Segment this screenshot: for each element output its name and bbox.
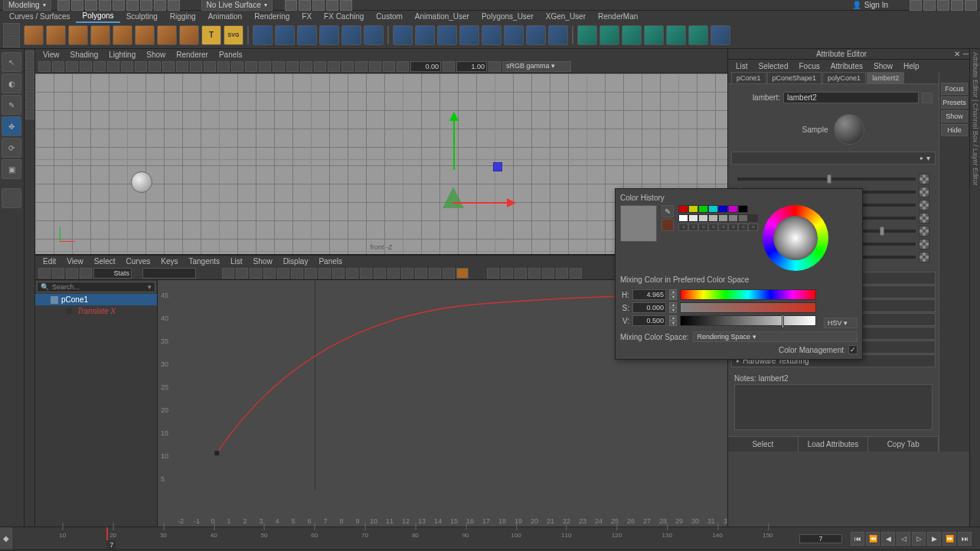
step-forward-icon[interactable]: ▶ [927,532,941,546]
shelf-tool-icon[interactable] [482,25,501,45]
step-back-icon[interactable]: ◀ [881,532,895,546]
map-button-icon[interactable] [919,213,929,223]
palette-swatch[interactable] [708,205,718,213]
shelf-tool-icon[interactable] [341,25,361,45]
graph-menu-item[interactable]: Tangents [184,257,224,266]
graph-toolbar-icon[interactable] [501,268,513,279]
val-slider[interactable] [680,315,816,326]
val-input[interactable] [632,315,666,326]
z-axis-handle[interactable] [493,162,502,171]
spin-down-icon[interactable]: ▾ [669,308,677,313]
graph-toolbar-icon[interactable] [456,268,469,279]
shelf-tab[interactable]: FX Caching [318,11,370,22]
ae-node-tab[interactable]: polyCone1 [822,72,866,84]
ae-menu-item[interactable]: List [731,62,753,70]
shelf-tab[interactable]: Custom [370,11,408,22]
notes-textarea[interactable] [734,384,933,430]
current-color-swatch[interactable] [620,205,657,242]
empty-palette-slot[interactable] [728,223,738,231]
ae-bottom-button[interactable]: Select [728,437,799,452]
layout-icon[interactable] [923,0,936,11]
shelf-layout-icon[interactable] [3,23,20,35]
palette-swatch[interactable] [708,214,718,222]
empty-palette-slot[interactable] [678,223,688,231]
graph-toolbar-icon[interactable] [360,268,372,279]
graph-toolbar-icon[interactable] [443,268,455,279]
color-wheel-sv[interactable] [773,216,818,260]
toolbar-icon[interactable] [85,0,97,11]
sat-input[interactable] [632,302,666,313]
vp-toolbar-icon[interactable] [397,61,409,72]
palette-swatch[interactable] [678,205,688,213]
color-mgmt-checkbox[interactable]: ✓ [848,345,858,354]
graph-toolbar-icon[interactable] [222,268,234,279]
empty-palette-slot[interactable] [708,223,718,231]
palette-swatch[interactable] [688,214,698,222]
palette-swatch[interactable] [718,205,728,213]
graph-menu-item[interactable]: Select [90,257,120,266]
layout-preset-icon[interactable] [25,80,34,90]
outliner-node[interactable]: pCone1 [35,294,157,305]
graph-toolbar-icon[interactable] [80,268,92,279]
last-tool[interactable] [2,188,21,208]
graph-menu-item[interactable]: View [62,257,88,266]
map-button-icon[interactable] [919,252,929,262]
graph-menu-item[interactable]: Keys [156,257,182,266]
ae-side-button[interactable]: Focus [941,83,968,95]
ae-menu-item[interactable]: Show [869,62,897,70]
toolbar-icon[interactable] [312,0,325,11]
value-input[interactable] [142,268,196,279]
sphere-object[interactable] [131,171,152,193]
spin-up-icon[interactable]: ▴ [669,315,677,321]
shelf-tool-icon[interactable] [599,25,619,45]
poly-cone-icon[interactable] [90,25,110,45]
ae-menu-item[interactable]: Selected [754,62,793,70]
vp-toolbar-icon[interactable] [121,61,133,72]
graph-menu-item[interactable]: Display [279,257,313,266]
palette-swatch[interactable] [688,205,698,213]
viewport-menu-item[interactable]: Panels [214,51,247,59]
palette-swatch[interactable] [738,214,748,222]
shelf-tab[interactable]: Animation [202,11,248,22]
shelf-tab[interactable]: RenderMan [592,11,644,22]
paint-select-tool[interactable]: ✎ [2,95,21,115]
vp-toolbar-icon[interactable] [300,61,312,72]
vp-toolbar-icon[interactable] [314,61,326,72]
attr-slider[interactable] [737,178,916,181]
cone-object[interactable] [443,187,464,208]
shelf-tool-icon[interactable] [437,25,457,45]
shelf-tool-icon[interactable] [364,25,384,45]
graph-toolbar-icon[interactable] [387,268,400,279]
palette-swatch[interactable] [728,205,738,213]
shelf-tab[interactable]: Rigging [164,11,202,22]
toolbar-icon[interactable] [299,0,311,11]
stats-input[interactable] [93,268,132,279]
node-name-input[interactable] [783,92,919,103]
vp-toolbar-icon[interactable] [341,61,354,72]
ae-menu-item[interactable]: Focus [794,62,824,70]
layout-icon[interactable] [965,0,977,11]
toolbar-icon[interactable] [99,0,111,11]
layout-icon[interactable] [937,0,949,11]
toolbar-icon[interactable] [154,0,166,11]
layout-preset-icon[interactable] [25,70,34,80]
map-button-icon[interactable] [919,174,929,184]
graph-toolbar-icon[interactable] [429,268,441,279]
layout-preset-icon[interactable] [25,100,34,109]
vp-toolbar-icon[interactable] [355,61,368,72]
x-axis-handle[interactable] [453,202,507,204]
shelf-tool-icon[interactable] [459,25,479,45]
vp-toolbar-icon[interactable] [245,61,257,72]
move-tool[interactable]: ✥ [2,116,21,136]
layout-icon[interactable] [951,0,963,11]
graph-toolbar-icon[interactable] [401,268,413,279]
palette-swatch[interactable] [748,214,758,222]
spin-up-icon[interactable]: ▴ [669,289,677,295]
y-axis-handle[interactable] [453,116,455,170]
shelf-tab[interactable]: FX [296,11,318,22]
vp-toolbar-icon[interactable] [190,61,202,72]
poly-pyramid-icon[interactable] [157,25,177,45]
ae-node-tab[interactable]: pConeShape1 [767,72,822,84]
shelf-tab[interactable]: Rendering [248,11,296,22]
shelf-tool-icon[interactable] [319,25,339,45]
